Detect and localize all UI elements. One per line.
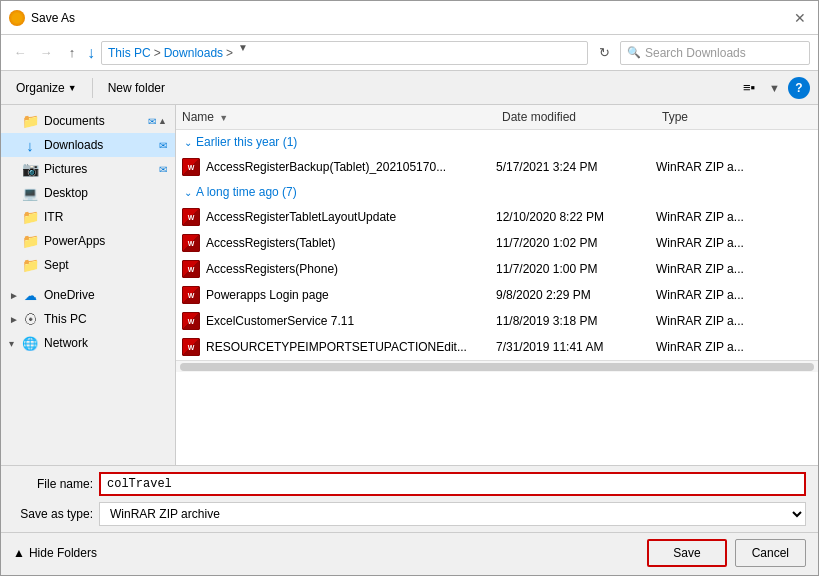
group-earlier-this-year[interactable]: ⌄ Earlier this year (1)	[176, 130, 818, 154]
search-placeholder: Search Downloads	[645, 46, 746, 60]
cancel-label: Cancel	[752, 546, 789, 560]
column-type[interactable]: Type	[656, 108, 796, 126]
file-name-0-0: AccessRegisterBackup(Tablet)_202105170..…	[206, 160, 496, 174]
organize-button[interactable]: Organize ▼	[9, 78, 84, 98]
sidebar-item-network[interactable]: ▾ 🌐 Network	[1, 331, 175, 355]
breadcrumb-sep1: >	[154, 46, 161, 60]
file-icon-1-1: W	[176, 233, 206, 253]
onedrive-icon: ☁	[21, 286, 39, 304]
view-dropdown-arrow[interactable]: ▼	[769, 82, 780, 94]
winrar-icon: W	[182, 312, 200, 330]
up-button[interactable]: ↑	[61, 42, 83, 64]
sidebar-item-label: Desktop	[44, 186, 88, 200]
thispc-icon: 🖸	[21, 310, 39, 328]
new-folder-label: New folder	[108, 81, 165, 95]
save-label: Save	[673, 546, 700, 560]
breadcrumb-downloads[interactable]: Downloads	[164, 46, 223, 60]
sidebar-item-label: Documents	[44, 114, 105, 128]
sidebar-item-label: OneDrive	[44, 288, 95, 302]
back-button[interactable]: ←	[9, 42, 31, 64]
file-type-1-2: WinRAR ZIP a...	[656, 262, 744, 276]
horizontal-scrollbar[interactable]	[176, 360, 818, 372]
sidebar-item-powerapps[interactable]: 📁 PowerApps	[1, 229, 175, 253]
file-name-1-0: AccessRegisterTabletLayoutUpdate	[206, 210, 496, 224]
toolbar: Organize ▼ New folder ≡▪ ▼ ?	[1, 71, 818, 105]
file-date-1-3: 9/8/2020 2:29 PM	[496, 288, 656, 302]
file-item[interactable]: W AccessRegisters(Tablet) 11/7/2020 1:02…	[176, 230, 818, 256]
file-item[interactable]: W RESOURCETYPEIMPORTSETUPACTIONEdit... 7…	[176, 334, 818, 360]
group-label: Earlier this year (1)	[196, 135, 297, 149]
group-long-time-ago[interactable]: ⌄ A long time ago (7)	[176, 180, 818, 204]
file-date-1-1: 11/7/2020 1:02 PM	[496, 236, 656, 250]
forward-button[interactable]: →	[35, 42, 57, 64]
group-chevron2: ⌄	[184, 187, 192, 198]
file-item[interactable]: W AccessRegisters(Phone) 11/7/2020 1:00 …	[176, 256, 818, 282]
pictures-icon: 📷	[21, 160, 39, 178]
file-icon-0-0: W	[176, 157, 206, 177]
cancel-button[interactable]: Cancel	[735, 539, 806, 567]
savetype-select[interactable]: WinRAR ZIP archive	[99, 502, 806, 526]
file-icon-1-5: W	[176, 337, 206, 357]
file-item[interactable]: W AccessRegisterBackup(Tablet)_202105170…	[176, 154, 818, 180]
itr-icon: 📁	[21, 208, 39, 226]
file-item[interactable]: W Powerapps Login page 9/8/2020 2:29 PM …	[176, 282, 818, 308]
documents-icon: 📁	[21, 112, 39, 130]
pin-icon: ✉	[148, 116, 156, 127]
hide-folders-label: Hide Folders	[29, 546, 97, 560]
winrar-icon: W	[182, 260, 200, 278]
filename-row: File name:	[1, 466, 818, 502]
file-item[interactable]: W ExcelCustomerService 7.11 11/8/2019 3:…	[176, 308, 818, 334]
file-name-1-2: AccessRegisters(Phone)	[206, 262, 496, 276]
sidebar-item-sept[interactable]: 📁 Sept	[1, 253, 175, 277]
sidebar-item-label: PowerApps	[44, 234, 105, 248]
refresh-button[interactable]: ↻	[592, 41, 616, 65]
sidebar-item-label: ITR	[44, 210, 63, 224]
column-date[interactable]: Date modified	[496, 108, 656, 126]
file-item[interactable]: W AccessRegisterTabletLayoutUpdate 12/10…	[176, 204, 818, 230]
sidebar-item-label: Pictures	[44, 162, 87, 176]
breadcrumb-dropdown[interactable]: ▼	[238, 42, 258, 64]
new-folder-button[interactable]: New folder	[101, 78, 172, 98]
sidebar-item-pictures[interactable]: 📷 Pictures ✉	[1, 157, 175, 181]
file-type-1-4: WinRAR ZIP a...	[656, 314, 744, 328]
column-name[interactable]: Name ▼	[176, 108, 496, 126]
network-icon: 🌐	[21, 334, 39, 352]
sidebar-item-documents[interactable]: 📁 Documents ✉ ▲	[1, 109, 175, 133]
sidebar-item-downloads[interactable]: ↓ Downloads ✉	[1, 133, 175, 157]
dialog-title: Save As	[31, 11, 790, 25]
file-icon-1-0: W	[176, 207, 206, 227]
sidebar-item-onedrive[interactable]: ► ☁ OneDrive	[1, 283, 175, 307]
pin-icon: ✉	[159, 140, 167, 151]
pin-icon: ✉	[159, 164, 167, 175]
view-button[interactable]: ≡▪	[737, 76, 761, 100]
file-date-1-2: 11/7/2020 1:00 PM	[496, 262, 656, 276]
help-label: ?	[795, 81, 802, 95]
file-type-1-1: WinRAR ZIP a...	[656, 236, 744, 250]
file-icon-1-4: W	[176, 311, 206, 331]
breadcrumb-thispc[interactable]: This PC	[108, 46, 151, 60]
organize-arrow: ▼	[68, 83, 77, 93]
winrar-icon: W	[182, 208, 200, 226]
onedrive-expand: ►	[9, 290, 21, 301]
help-button[interactable]: ?	[788, 77, 810, 99]
close-button[interactable]: ✕	[790, 8, 810, 28]
sidebar-item-thispc[interactable]: ► 🖸 This PC	[1, 307, 175, 331]
organize-label: Organize	[16, 81, 65, 95]
file-name-1-4: ExcelCustomerService 7.11	[206, 314, 496, 328]
filename-input[interactable]	[99, 472, 806, 496]
sidebar-item-desktop[interactable]: 💻 Desktop	[1, 181, 175, 205]
save-button[interactable]: Save	[647, 539, 726, 567]
search-box[interactable]: 🔍 Search Downloads	[620, 41, 810, 65]
sort-arrow: ▼	[219, 113, 228, 123]
file-date-1-5: 7/31/2019 11:41 AM	[496, 340, 656, 354]
toolbar-sep	[92, 78, 93, 98]
sidebar-item-label: Downloads	[44, 138, 103, 152]
h-scrollbar-track[interactable]	[180, 363, 814, 371]
hide-folders-button[interactable]: ▲ Hide Folders	[13, 546, 97, 560]
file-date-1-0: 12/10/2020 8:22 PM	[496, 210, 656, 224]
file-icon-1-2: W	[176, 259, 206, 279]
network-expand: ▾	[9, 338, 21, 349]
main-content: 📁 Documents ✉ ▲ ↓ Downloads ✉ 📷 Pictures…	[1, 105, 818, 465]
sidebar-item-itr[interactable]: 📁 ITR	[1, 205, 175, 229]
breadcrumb[interactable]: This PC > Downloads > ▼	[101, 41, 588, 65]
